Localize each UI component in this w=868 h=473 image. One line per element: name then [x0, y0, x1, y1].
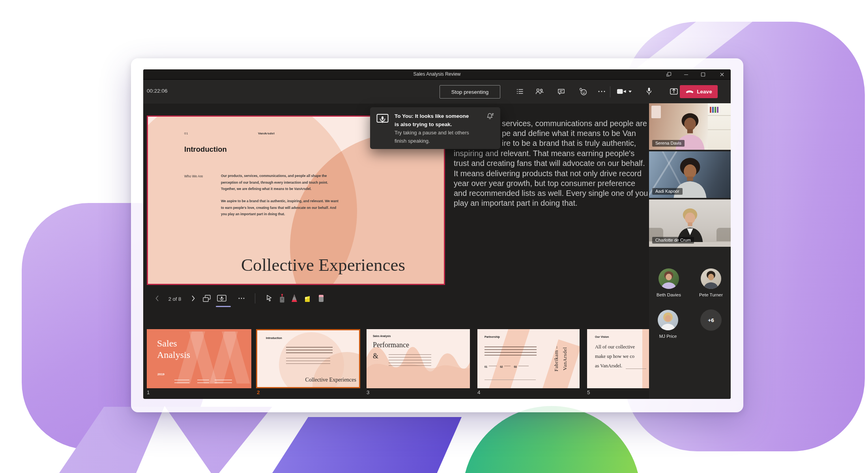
camera-icon[interactable] [615, 85, 633, 98]
participant-video[interactable]: Charlotte de Crum [649, 199, 731, 247]
maximize-icon[interactable] [699, 71, 707, 78]
previous-slide-button[interactable] [152, 293, 162, 304]
reading-line: ire to be a brand that is truly authenti… [502, 139, 636, 148]
avatar-name: Pete Turner [689, 292, 731, 297]
thumb5-line: make up how we co [595, 354, 634, 359]
thumbnail-slide-5[interactable]: Our Vision All of our collective make up… [587, 329, 649, 388]
thumbnail-number-selected: 2 [257, 389, 260, 395]
pen-tool-icon[interactable] [289, 293, 299, 304]
toolbar-divider [610, 86, 610, 97]
thumb5-underline [626, 369, 646, 369]
participant-name: Aadi Kapoor [652, 188, 683, 195]
highlighter-tool-icon[interactable] [302, 293, 312, 304]
thumb2-body-text [286, 347, 333, 355]
chair-decor [716, 228, 731, 241]
participant-name: Serena Davis [652, 140, 685, 147]
meeting-notes-icon[interactable] [513, 85, 527, 98]
window-title: Sales Analysis Review [143, 71, 731, 77]
thumb1-year: 2019 [157, 372, 165, 376]
mic-icon[interactable] [642, 85, 656, 98]
thumb3-heading: Sales Analysis [373, 335, 391, 337]
thumb1-footer-text [174, 380, 189, 385]
eraser-tool-icon[interactable] [316, 293, 326, 304]
more-options-icon[interactable] [595, 85, 608, 98]
thumbnail-number: 5 [587, 389, 590, 395]
indigo-band-bottom [272, 417, 462, 473]
share-icon[interactable] [667, 85, 681, 98]
thumbnail-slide-3[interactable]: Sales Analysis Performance & [367, 329, 470, 388]
minimize-icon[interactable] [682, 71, 690, 78]
avatar[interactable] [701, 268, 721, 289]
navigator-more-icon[interactable] [236, 293, 247, 304]
thumb1-footer-text [215, 380, 232, 385]
thumbnail-number: 3 [367, 389, 370, 395]
desktop-background: Sales Analysis Review 00:22:06 Stop pres… [0, 0, 868, 473]
thumbnail-number: 4 [477, 389, 481, 395]
reading-line: services, communications and people are [502, 119, 647, 128]
meeting-timer: 00:22:06 [147, 88, 168, 94]
participant-name: Charlotte de Crum [652, 237, 694, 244]
thumb4-vertical-text: Fabrikam – VanArsdel [552, 329, 570, 388]
screen-share-mic-icon [376, 114, 390, 127]
chat-icon[interactable] [554, 85, 568, 98]
reading-line: It means delivering products that not on… [454, 169, 642, 178]
slide-paragraph: Our products, services, communications, … [221, 173, 341, 192]
thumb1-footer-text [197, 380, 209, 385]
meeting-toolbar: 00:22:06 Stop presenting [143, 80, 731, 104]
toast-title: To You: It looks like someone is also tr… [395, 112, 469, 128]
reading-line: play an important part in doing that. [454, 199, 578, 208]
thumbnail-slide-1[interactable]: Sales Analysis 2019 [147, 329, 251, 388]
overflow-participants-badge[interactable]: +6 [700, 309, 722, 331]
thumb1-title: Sales Analysis [157, 338, 190, 361]
leave-button[interactable]: Leave [680, 85, 718, 98]
thumb3-body-text [389, 354, 431, 367]
reading-line: inspiring and relevant. That means earni… [454, 149, 634, 158]
presenter-view-active-underline [216, 306, 231, 307]
slide-heading: Introduction [184, 145, 227, 154]
thumbnail-slide-2-selected[interactable]: Introduction Collective Experiences [256, 329, 360, 388]
thumbnail-slide-4[interactable]: Partnership 010203 Fabrikam – VanArsdel [477, 329, 580, 388]
thumb5-line: as VanArsdel. [595, 363, 622, 369]
grid-view-icon[interactable] [202, 293, 212, 304]
next-slide-button[interactable] [188, 293, 198, 304]
presenter-view-icon[interactable] [217, 293, 227, 304]
thumb4-body-text [485, 346, 537, 357]
reading-line: pe and define what it means to be Van [502, 129, 636, 138]
camera-dropdown-icon[interactable] [629, 91, 632, 93]
thumb4-heading: Partnership [485, 335, 500, 338]
avatar[interactable] [658, 268, 679, 289]
stop-presenting-button[interactable]: Stop presenting [440, 85, 500, 99]
speaking-notification-toast: To You: It looks like someone is also tr… [370, 107, 500, 149]
poster-decor [651, 106, 661, 118]
participant-video[interactable]: Aadi Kapoor [649, 151, 731, 198]
reading-line: and recommended lists as well. Every sin… [454, 189, 648, 198]
avatar[interactable] [658, 310, 678, 330]
thumb2-title: Collective Experiences [279, 377, 356, 383]
avatar-name: Beth Davies [647, 292, 690, 297]
reading-line: year over year growth, but top consumer … [454, 179, 635, 188]
thumb3-amp: & [373, 352, 378, 360]
thumbnail-number: 1 [147, 389, 150, 395]
close-icon[interactable] [718, 71, 726, 78]
green-circle [462, 406, 641, 473]
toast-body: Try taking a pause and let others finish… [395, 128, 469, 145]
thumb4-steps: 010203 [485, 365, 529, 368]
thumb2-body-text [286, 358, 330, 366]
slide-brand: VanArsdel [247, 132, 286, 135]
thumb5-heading: Our Vision [595, 335, 609, 338]
popout-icon[interactable] [665, 71, 673, 78]
mute-notifications-icon[interactable] [486, 112, 495, 121]
reading-line: trust and creating fans that will advoca… [454, 159, 645, 168]
participants-icon[interactable] [533, 85, 546, 98]
laser-pointer-tool-icon[interactable] [277, 293, 287, 304]
leave-button-label: Leave [697, 89, 712, 95]
participant-video[interactable]: Serena Davis [649, 103, 731, 150]
pointer-tool-icon[interactable] [264, 293, 274, 304]
navigator-divider [255, 293, 255, 304]
reactions-icon[interactable] [576, 85, 590, 98]
titlebar: Sales Analysis Review [143, 69, 731, 80]
thumb3-title: Performance [373, 341, 409, 349]
slide-position: 2 of 8 [164, 296, 186, 302]
thumb4-divider [485, 380, 536, 380]
slide-title: Collective Experiences [205, 255, 441, 275]
